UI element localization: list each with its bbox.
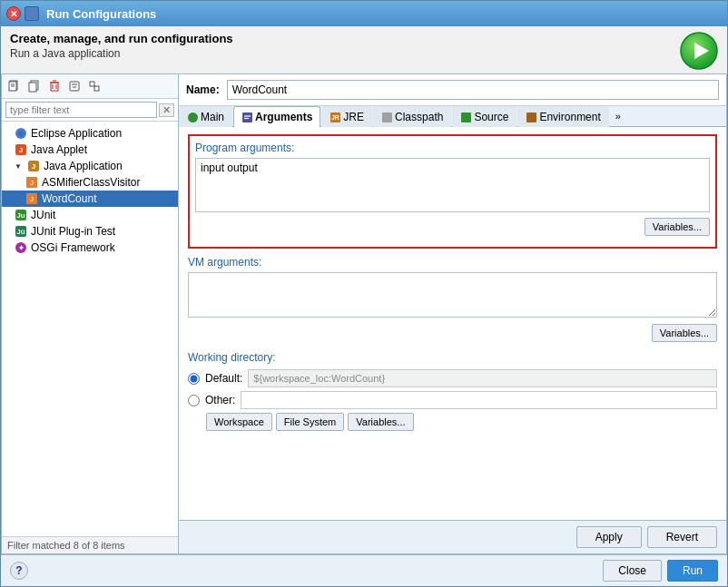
tree-item-label: JUnit <box>31 209 55 221</box>
filter-box: ✕ <box>2 99 178 122</box>
vm-args-variables-button[interactable]: Variables... <box>652 324 717 342</box>
minimize-window-button[interactable] <box>25 6 39 21</box>
duplicate-config-button[interactable] <box>25 77 44 95</box>
tree-item-label: Eclipse Application <box>31 127 122 140</box>
osgi-icon: ✦ <box>15 241 27 254</box>
vm-args-label: VM arguments: <box>188 256 717 269</box>
apply-button[interactable]: Apply <box>576 526 642 548</box>
name-input[interactable] <box>227 80 719 100</box>
tree-item-junit[interactable]: Ju JUnit <box>2 207 178 223</box>
other-radio-button[interactable] <box>188 395 200 406</box>
program-args-variables-button[interactable]: Variables... <box>644 218 710 236</box>
run-configurations-window: ✕ Run Configurations Create, manage, and… <box>0 0 728 587</box>
new-config-button[interactable] <box>5 77 24 95</box>
workspace-buttons-row: Workspace File System Variables... <box>188 413 717 431</box>
tree-item-asmifier[interactable]: J ASMifierClassVisitor <box>2 174 178 191</box>
other-radio-row: Other: <box>188 391 717 409</box>
collapse-all-button[interactable] <box>85 77 103 95</box>
apply-revert-bar: Apply Revert <box>179 520 726 553</box>
tree-item-label: ASMifierClassVisitor <box>42 176 140 189</box>
tree-item-osgi[interactable]: ✦ OSGi Framework <box>2 240 178 256</box>
vm-arguments-section: VM arguments: Variables... <box>188 256 717 342</box>
vm-args-input[interactable] <box>188 272 717 318</box>
filesystem-button[interactable]: File System <box>276 413 344 431</box>
tree-item-label: WordCount <box>42 192 96 205</box>
tab-arguments[interactable]: Arguments <box>233 106 320 127</box>
delete-config-button[interactable] <box>45 77 64 95</box>
close-window-button[interactable]: ✕ <box>6 6 21 21</box>
tree-item-label: Java Applet <box>31 143 87 156</box>
filter-status: Filter matched 8 of 8 items <box>2 536 178 553</box>
tab-main-label: Main <box>201 111 224 123</box>
header-title: Create, manage, and run configurations <box>10 32 233 45</box>
tree-item-label: OSGi Framework <box>31 241 115 254</box>
tree-item-eclipse-application[interactable]: Eclipse Application <box>2 125 178 142</box>
cp-tab-icon <box>381 112 392 122</box>
default-dir-input <box>248 369 717 387</box>
default-radio-row: Default: <box>188 369 717 387</box>
tab-arguments-label: Arguments <box>255 111 312 123</box>
default-radio-button[interactable] <box>188 373 200 385</box>
junit-icon: Ju <box>15 209 27 221</box>
right-panel: Name: Main Arguments <box>179 74 726 553</box>
tab-environment[interactable]: Environment <box>517 106 608 127</box>
jre-tab-icon: JR <box>330 112 340 122</box>
default-radio-label: Default: <box>205 372 242 385</box>
main-area: ✕ Eclipse Application J Java Applet <box>1 73 727 554</box>
tab-more-button[interactable]: » <box>610 106 626 126</box>
working-directory-section: Working directory: Default: Other: <box>188 351 717 431</box>
tab-environment-label: Environment <box>539 111 600 123</box>
tree-item-wordcount[interactable]: J WordCount <box>2 191 178 207</box>
eclipse-icon <box>15 127 27 140</box>
name-label: Name: <box>186 83 220 96</box>
dir-variables-button[interactable]: Variables... <box>348 413 413 431</box>
window-title: Run Configurations <box>46 7 156 21</box>
svg-rect-7 <box>29 83 36 92</box>
src-tab-icon <box>460 112 471 122</box>
program-args-label: Program arguments: <box>195 142 710 154</box>
java-applet-icon: J <box>15 143 27 156</box>
close-button[interactable]: Close <box>603 560 662 582</box>
run-icon-button[interactable] <box>680 32 718 70</box>
class-icon: J <box>25 176 38 189</box>
junit-plugin-icon: Jü <box>15 225 27 238</box>
revert-button[interactable]: Revert <box>647 526 717 548</box>
tab-source-label: Source <box>474 111 508 123</box>
tree-item-java-application[interactable]: ▼ J Java Application <box>2 158 178 174</box>
other-radio-label: Other: <box>205 394 235 406</box>
help-button[interactable]: ? <box>10 562 28 580</box>
tab-classpath[interactable]: Classpath <box>373 106 451 127</box>
filter-button[interactable] <box>65 77 84 95</box>
svg-rect-8 <box>51 83 58 91</box>
tab-source[interactable]: Source <box>452 106 516 127</box>
filter-wrap: ✕ <box>5 102 174 118</box>
svg-rect-13 <box>70 82 79 91</box>
env-tab-icon <box>526 112 536 122</box>
tree-item-junit-plugin[interactable]: Jü JUnit Plug-in Test <box>2 223 178 240</box>
svg-rect-17 <box>94 86 99 91</box>
tab-main[interactable]: Main <box>179 106 232 127</box>
filter-input[interactable] <box>5 102 157 118</box>
args-tab-icon <box>241 112 252 122</box>
tab-jre-label: JRE <box>343 111 364 123</box>
tab-classpath-label: Classpath <box>395 111 443 123</box>
main-tab-icon <box>187 112 198 122</box>
run-button[interactable]: Run <box>667 560 718 582</box>
tab-jre[interactable]: JR JRE <box>321 106 372 127</box>
tree-item-label: JUnit Plug-in Test <box>31 225 115 238</box>
tree-item-java-applet[interactable]: J Java Applet <box>2 142 178 158</box>
left-panel: ✕ Eclipse Application J Java Applet <box>2 74 179 553</box>
left-toolbar <box>2 74 178 99</box>
other-dir-input[interactable] <box>241 391 717 409</box>
footer-right-buttons: Close Run <box>603 560 718 582</box>
name-row: Name: <box>179 74 726 106</box>
tab-content-area: Program arguments: input output Variable… <box>179 127 726 520</box>
class-icon-selected: J <box>25 192 38 205</box>
header-subtitle: Run a Java application <box>10 47 233 60</box>
titlebar: ✕ Run Configurations <box>1 1 727 26</box>
program-args-input[interactable]: input output <box>195 158 710 212</box>
filter-clear-button[interactable]: ✕ <box>159 103 174 117</box>
tabs-bar: Main Arguments JR JRE <box>179 106 726 127</box>
svg-rect-16 <box>90 82 94 86</box>
workspace-button[interactable]: Workspace <box>206 413 272 431</box>
